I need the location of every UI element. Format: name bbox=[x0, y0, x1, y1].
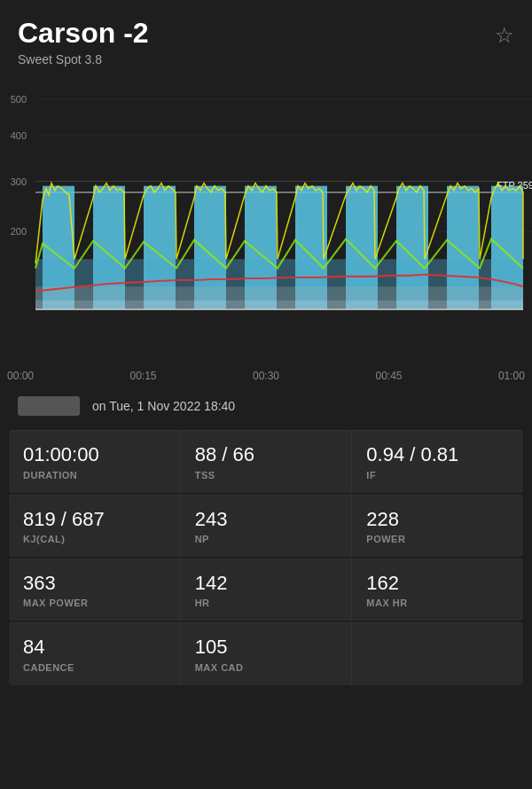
time-label-1: 00:15 bbox=[129, 370, 156, 382]
max-power-label: MAX POWER bbox=[23, 598, 166, 608]
duration-label: DURATION bbox=[23, 470, 166, 480]
stat-max-power: 363 MAX POWER bbox=[9, 559, 181, 621]
time-axis: 00:00 00:15 00:30 00:45 01:00 bbox=[0, 364, 532, 382]
stat-if: 0.94 / 0.81 IF bbox=[352, 431, 523, 492]
power-value: 228 bbox=[366, 508, 509, 531]
session-row: on Tue, 1 Nov 2022 18:40 bbox=[0, 382, 532, 430]
stats-row-1: 819 / 687 KJ(CAL) 243 NP 228 POWER bbox=[9, 495, 523, 557]
max-cad-value: 105 bbox=[195, 636, 338, 659]
stat-duration: 01:00:00 DURATION bbox=[9, 431, 181, 492]
workout-chart: 500 400 300 200 FTP 259 bbox=[0, 81, 532, 364]
workout-header: Carson -2 Sweet Spot 3.8 ☆ bbox=[0, 0, 532, 75]
max-hr-label: MAX HR bbox=[366, 598, 509, 608]
stat-max-hr: 162 MAX HR bbox=[352, 559, 523, 621]
stats-row-3: 84 CADENCE 105 MAX CAD bbox=[9, 622, 523, 684]
kj-label: KJ(CAL) bbox=[23, 534, 166, 544]
if-value: 0.94 / 0.81 bbox=[366, 443, 509, 466]
stat-hr: 142 HR bbox=[181, 559, 353, 621]
np-label: NP bbox=[195, 534, 338, 544]
time-label-4: 01:00 bbox=[498, 370, 525, 382]
power-label: POWER bbox=[366, 534, 509, 544]
svg-text:400: 400 bbox=[11, 130, 27, 141]
kj-value: 819 / 687 bbox=[23, 508, 166, 531]
cadence-value: 84 bbox=[23, 636, 166, 659]
time-label-2: 00:30 bbox=[253, 370, 279, 382]
hr-value: 142 bbox=[195, 572, 338, 595]
time-label-3: 00:45 bbox=[375, 370, 402, 382]
np-value: 243 bbox=[195, 508, 338, 531]
stats-row-0: 01:00:00 DURATION 88 / 66 TSS 0.94 / 0.8… bbox=[9, 430, 523, 492]
session-date: on Tue, 1 Nov 2022 18:40 bbox=[92, 399, 235, 413]
hr-label: HR bbox=[195, 598, 338, 608]
time-label-0: 00:00 bbox=[7, 370, 34, 382]
svg-rect-23 bbox=[35, 301, 523, 309]
header-text-group: Carson -2 Sweet Spot 3.8 bbox=[18, 18, 149, 66]
workout-title: Carson -2 bbox=[18, 18, 149, 49]
stat-tss: 88 / 66 TSS bbox=[181, 431, 353, 492]
stats-grid: 01:00:00 DURATION 88 / 66 TSS 0.94 / 0.8… bbox=[0, 430, 532, 685]
workout-subtitle: Sweet Spot 3.8 bbox=[18, 52, 149, 66]
tss-label: TSS bbox=[195, 470, 338, 480]
cadence-label: CADENCE bbox=[23, 662, 166, 673]
stat-max-cad: 105 MAX CAD bbox=[181, 623, 353, 684]
stat-power: 228 POWER bbox=[352, 496, 523, 557]
favorite-star-icon[interactable]: ☆ bbox=[495, 23, 514, 48]
if-label: IF bbox=[366, 470, 509, 480]
stats-row-2: 363 MAX POWER 142 HR 162 MAX HR bbox=[9, 559, 523, 621]
tss-value: 88 / 66 bbox=[195, 443, 338, 466]
max-cad-label: MAX CAD bbox=[195, 662, 338, 673]
max-hr-value: 162 bbox=[366, 572, 509, 595]
stat-empty bbox=[352, 623, 523, 684]
duration-value: 01:00:00 bbox=[23, 443, 166, 466]
stat-cadence: 84 CADENCE bbox=[9, 623, 181, 684]
user-avatar bbox=[18, 396, 80, 416]
svg-text:300: 300 bbox=[11, 176, 27, 187]
stat-kj: 819 / 687 KJ(CAL) bbox=[9, 496, 181, 557]
stat-np: 243 NP bbox=[181, 496, 353, 557]
svg-text:200: 200 bbox=[11, 226, 27, 237]
max-power-value: 363 bbox=[23, 572, 166, 595]
svg-text:500: 500 bbox=[11, 94, 27, 105]
